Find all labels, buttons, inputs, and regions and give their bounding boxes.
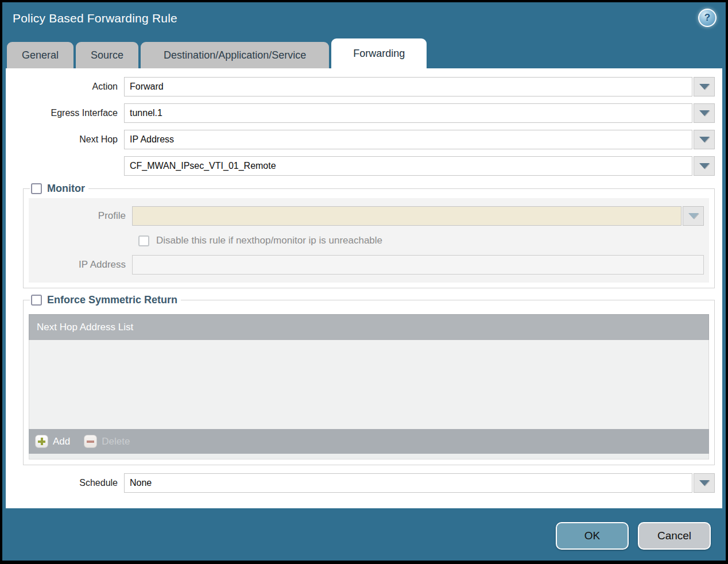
tab-bar: General Source Destination/Application/S…	[2, 38, 726, 68]
monitor-legend: Monitor	[30, 183, 88, 195]
action-label: Action	[6, 82, 124, 92]
disable-rule-row: Disable this rule if nexthop/monitor ip …	[138, 233, 704, 248]
chevron-down-icon	[699, 137, 710, 142]
monitor-ip-address-label: IP Address	[29, 259, 132, 271]
schedule-row: Schedule None	[6, 473, 715, 493]
ok-button[interactable]: OK	[556, 522, 629, 550]
action-dropdown-button[interactable]	[694, 77, 715, 96]
monitor-ip-address-row: IP Address	[29, 255, 704, 275]
next-hop-address-list-table: Next Hop Address List Add Delete	[29, 314, 709, 459]
egress-interface-dropdown-button[interactable]	[694, 103, 715, 123]
egress-interface-label: Egress Interface	[6, 108, 124, 118]
next-hop-address-list-toolbar: Add Delete	[29, 429, 709, 454]
delete-button[interactable]: Delete	[84, 435, 130, 448]
schedule-dropdown-button[interactable]	[694, 473, 715, 493]
cancel-button[interactable]: Cancel	[638, 522, 711, 550]
next-hop-address-list-body[interactable]	[29, 340, 709, 429]
chevron-down-icon	[688, 213, 699, 219]
schedule-select[interactable]: None	[124, 473, 692, 493]
add-button-label: Add	[53, 436, 70, 447]
disable-rule-checkbox[interactable]	[138, 235, 149, 246]
tab-destination-application-service[interactable]: Destination/Application/Service	[141, 42, 329, 68]
dialog-footer: OK Cancel	[2, 508, 726, 563]
delete-button-label: Delete	[102, 436, 130, 447]
monitor-checkbox[interactable]	[31, 183, 42, 194]
next-hop-address-row: CF_MWAN_IPsec_VTI_01_Remote	[6, 156, 715, 176]
minus-icon	[84, 435, 97, 448]
dialog-title: Policy Based Forwarding Rule	[13, 11, 726, 25]
next-hop-type-dropdown-button[interactable]	[694, 130, 715, 149]
next-hop-address-select[interactable]: CF_MWAN_IPsec_VTI_01_Remote	[124, 156, 692, 176]
enforce-symmetric-return-fieldset: Enforce Symmetric Return Next Hop Addres…	[23, 294, 715, 465]
tab-forwarding[interactable]: Forwarding	[331, 38, 427, 68]
monitor-panel: Profile Disable this rule if nexthop/mon…	[29, 198, 709, 283]
profile-dropdown-button[interactable]	[683, 206, 704, 226]
add-button[interactable]: Add	[35, 435, 70, 448]
next-hop-address-dropdown-button[interactable]	[694, 156, 715, 176]
next-hop-row: Next Hop IP Address	[6, 130, 715, 149]
chevron-down-icon	[699, 163, 710, 169]
profile-label: Profile	[29, 210, 132, 222]
chevron-down-icon	[699, 84, 710, 90]
profile-select[interactable]	[132, 206, 681, 226]
action-select[interactable]: Forward	[124, 77, 692, 96]
policy-based-forwarding-dialog: Policy Based Forwarding Rule ? General S…	[0, 0, 728, 564]
help-icon[interactable]: ?	[698, 9, 717, 27]
chevron-down-icon	[699, 480, 710, 486]
next-hop-label: Next Hop	[6, 134, 124, 145]
tab-general[interactable]: General	[7, 42, 73, 68]
dialog-titlebar: Policy Based Forwarding Rule ?	[2, 2, 726, 38]
egress-interface-row: Egress Interface tunnel.1	[6, 103, 715, 123]
monitor-fieldset: Monitor Profile Disable this rule if nex…	[23, 183, 715, 288]
enforce-symmetric-return-legend-label: Enforce Symmetric Return	[47, 294, 177, 306]
action-row: Action Forward	[6, 77, 715, 96]
chevron-down-icon	[699, 110, 710, 116]
next-hop-type-select[interactable]: IP Address	[124, 130, 692, 149]
next-hop-address-list-header: Next Hop Address List	[29, 314, 709, 340]
enforce-symmetric-return-legend: Enforce Symmetric Return	[30, 294, 181, 306]
plus-icon	[35, 435, 48, 448]
table-bottom-strip	[29, 454, 709, 459]
monitor-ip-address-input[interactable]	[132, 255, 704, 275]
egress-interface-select[interactable]: tunnel.1	[124, 103, 692, 123]
forwarding-tab-panel: Action Forward Egress Interface tunnel.1…	[6, 68, 722, 508]
disable-rule-label: Disable this rule if nexthop/monitor ip …	[156, 235, 382, 246]
schedule-label: Schedule	[6, 478, 124, 488]
profile-row: Profile	[29, 206, 704, 226]
tab-source[interactable]: Source	[76, 42, 138, 68]
enforce-symmetric-return-checkbox[interactable]	[31, 295, 42, 306]
monitor-legend-label: Monitor	[47, 183, 85, 195]
